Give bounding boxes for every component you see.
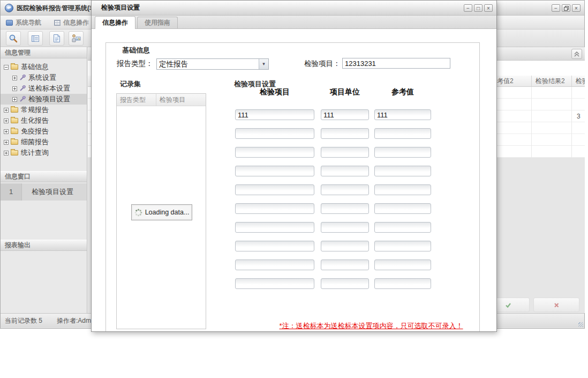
- item-ref-input[interactable]: [374, 128, 431, 139]
- base-info-groupbox: 基础信息 报告类型： 定性报告 ▾ 检验项目： 记录集 报告类型 检验项目: [105, 42, 480, 332]
- recordset-col-report-type[interactable]: 报告类型: [117, 94, 156, 106]
- tree-item-biochem-reports[interactable]: 生化报告: [1, 115, 87, 126]
- tree-item-statistics-query[interactable]: 统计查询: [1, 147, 87, 158]
- folder-icon: [11, 64, 18, 70]
- item-unit-input[interactable]: [321, 222, 369, 233]
- report-type-label: 报告类型：: [117, 59, 153, 69]
- item-ref-input[interactable]: [374, 147, 431, 158]
- item-unit-input[interactable]: [321, 241, 369, 251]
- resize-grip[interactable]: [578, 322, 583, 327]
- document-tool-button[interactable]: [49, 31, 64, 46]
- dialog-titlebar[interactable]: 检验项目设置 − □ ×: [92, 1, 496, 16]
- test-item-input[interactable]: [342, 58, 450, 69]
- grid-icon: [54, 20, 61, 26]
- item-ref-input[interactable]: [374, 109, 431, 120]
- item-name-input[interactable]: [235, 278, 314, 289]
- tree-label: 细菌报告: [21, 137, 49, 147]
- item-name-input[interactable]: [235, 128, 314, 139]
- item-name-input[interactable]: [235, 166, 314, 176]
- section-header-info-window[interactable]: 信息窗口: [1, 171, 87, 182]
- item-ref-input[interactable]: [374, 260, 431, 270]
- collapse-expander-icon[interactable]: [4, 65, 9, 70]
- section-header-report-output[interactable]: 报表输出: [1, 240, 87, 251]
- column-header-next[interactable]: 检验: [571, 76, 585, 86]
- item-name-input[interactable]: [235, 203, 314, 214]
- system-nav-button[interactable]: 系统导航: [6, 17, 50, 28]
- tree-label: 统计查询: [21, 148, 49, 158]
- info-ops-label: 信息操作: [63, 18, 89, 27]
- expand-expander-icon[interactable]: [12, 86, 17, 91]
- expand-expander-icon[interactable]: [4, 151, 9, 155]
- item-name-input[interactable]: [235, 184, 314, 195]
- item-unit-input[interactable]: [321, 166, 369, 176]
- minimize-button[interactable]: −: [552, 4, 560, 12]
- tab-user-guide[interactable]: 使用指南: [137, 17, 178, 28]
- window-index: 1: [1, 183, 22, 201]
- item-name-input[interactable]: [235, 222, 314, 233]
- report-type-value: 定性报告: [157, 59, 259, 69]
- dialog-close-button[interactable]: ×: [484, 4, 493, 12]
- dialog-maximize-button[interactable]: □: [474, 4, 483, 12]
- expand-expander-icon[interactable]: [4, 108, 9, 113]
- tree-item-bacteria-reports[interactable]: 细菌报告: [1, 137, 87, 147]
- chevron-down-icon[interactable]: ▾: [259, 59, 268, 69]
- section-header-info-manage[interactable]: 信息管理: [1, 47, 87, 58]
- report-type-select[interactable]: 定性报告 ▾: [156, 58, 269, 70]
- tree-item-system-settings[interactable]: 系统设置: [1, 72, 87, 83]
- item-name-input[interactable]: [235, 260, 314, 270]
- item-unit-input[interactable]: [321, 260, 369, 270]
- tree-item-immune-reports[interactable]: 免疫报告: [1, 126, 87, 137]
- info-ops-button[interactable]: 信息操作: [54, 17, 92, 28]
- item-ref-input[interactable]: [374, 184, 431, 195]
- item-name-input[interactable]: [235, 147, 314, 158]
- folder-icon: [11, 139, 18, 145]
- item-ref-input[interactable]: [374, 278, 431, 289]
- item-unit-input[interactable]: [321, 203, 369, 214]
- expand-expander-icon[interactable]: [12, 76, 17, 80]
- sidebar: 信息管理 基础信息 系统设置 送检标本设置: [1, 47, 87, 313]
- tab-info-operation[interactable]: 信息操作: [95, 16, 135, 29]
- item-name-input[interactable]: [235, 109, 314, 120]
- tree-item-base-info[interactable]: 基础信息: [1, 62, 87, 72]
- recordset-col-test-item[interactable]: 检验项目: [156, 94, 206, 106]
- tree-label: 生化报告: [21, 116, 49, 125]
- open-window-list-item[interactable]: 1 检验项目设置: [1, 183, 87, 201]
- user-report-tool-button[interactable]: [69, 31, 84, 46]
- dialog-minimize-button[interactable]: −: [464, 4, 472, 12]
- item-ref-input[interactable]: [374, 166, 431, 176]
- x-icon: [553, 301, 560, 309]
- item-name-input[interactable]: [235, 241, 314, 251]
- expand-expander-icon[interactable]: [4, 129, 9, 134]
- restore-button[interactable]: [562, 4, 570, 12]
- settings-col-test-item: 检验项目: [235, 87, 314, 97]
- collapse-panel-button[interactable]: [571, 49, 582, 59]
- settings-col-ref: 参考值: [374, 87, 431, 97]
- dialog-body: 基础信息 报告类型： 定性报告 ▾ 检验项目： 记录集 报告类型 检验项目: [92, 29, 496, 331]
- test-item-settings-dialog: 检验项目设置 − □ × 信息操作 使用指南 基础信息 报告类型： 定性报告 ▾…: [91, 0, 497, 332]
- item-ref-input[interactable]: [374, 222, 431, 233]
- user-chart-icon: [71, 34, 81, 43]
- item-unit-input[interactable]: [321, 278, 369, 289]
- search-tool-button[interactable]: [6, 31, 21, 46]
- expand-expander-icon[interactable]: [4, 118, 9, 123]
- tree-item-routine-reports[interactable]: 常规报告: [1, 105, 87, 115]
- item-unit-input[interactable]: [321, 109, 369, 120]
- dialog-controls: − □ ×: [464, 4, 493, 12]
- expand-expander-icon[interactable]: [4, 140, 9, 145]
- tree-item-specimen-settings[interactable]: 送检标本设置: [1, 83, 87, 94]
- item-ref-input[interactable]: [374, 241, 431, 251]
- list-tool-button[interactable]: [28, 31, 43, 46]
- close-button[interactable]: ×: [572, 4, 581, 12]
- tree-item-test-item-settings[interactable]: 检验项目设置: [1, 94, 87, 105]
- item-unit-input[interactable]: [321, 147, 369, 158]
- expand-expander-icon[interactable]: [12, 97, 17, 102]
- cancel-button[interactable]: [533, 298, 579, 312]
- tree-label: 送检标本设置: [28, 84, 70, 93]
- record-count-text: 当前记录数 5: [5, 314, 42, 328]
- column-header-result2[interactable]: 检验结果2: [531, 76, 571, 86]
- item-unit-input[interactable]: [321, 184, 369, 195]
- window-label: 检验项目设置: [22, 183, 87, 201]
- main-window-title: 医院检验科报告管理系统(非: [17, 1, 94, 16]
- item-ref-input[interactable]: [374, 203, 431, 214]
- item-unit-input[interactable]: [321, 128, 369, 139]
